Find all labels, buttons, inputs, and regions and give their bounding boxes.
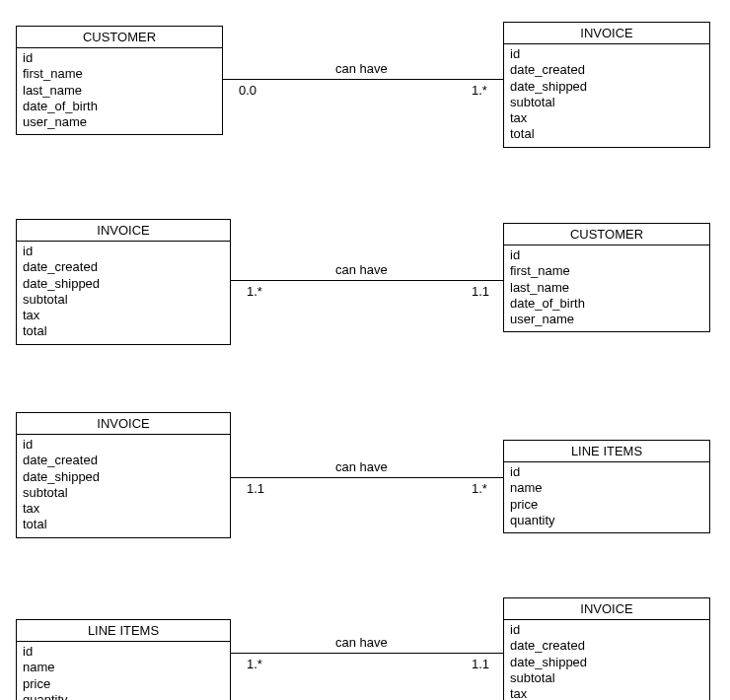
- attr: date_shipped: [23, 469, 224, 485]
- entity-attrs: id date_created date_shipped subtotal ta…: [504, 620, 709, 700]
- attr: tax: [510, 110, 703, 126]
- attr: user_name: [510, 312, 703, 327]
- entity-attrs: id name price quantity: [17, 642, 230, 700]
- entity-title: INVOICE: [17, 413, 230, 435]
- entity-invoice: INVOICE id date_created date_shipped sub…: [503, 597, 710, 700]
- multiplicity-left: 1.*: [247, 657, 262, 671]
- attr: price: [510, 497, 703, 513]
- entity-attrs: id date_created date_shipped subtotal ta…: [504, 44, 709, 147]
- attr: name: [510, 480, 703, 496]
- multiplicity-right: 1.*: [472, 481, 487, 496]
- attr: id: [510, 247, 703, 263]
- entity-customer: CUSTOMER id first_name last_name date_of…: [503, 223, 710, 332]
- attr: id: [23, 437, 224, 453]
- attr: last_name: [23, 83, 216, 99]
- entity-attrs: id first_name last_name date_of_birth us…: [17, 48, 222, 134]
- attr: user_name: [23, 114, 216, 130]
- entity-attrs: id date_created date_shipped subtotal ta…: [17, 435, 230, 537]
- attr: first_name: [510, 263, 703, 279]
- attr: id: [23, 244, 224, 259]
- entity-attrs: id name price quantity: [504, 462, 709, 532]
- entity-title: LINE ITEMS: [17, 620, 230, 642]
- relationship-label: can have: [335, 635, 388, 650]
- entity-customer: CUSTOMER id first_name last_name date_of…: [16, 26, 223, 135]
- attr: date_created: [510, 638, 703, 654]
- attr: tax: [510, 686, 703, 700]
- attr: date_created: [23, 453, 224, 468]
- entity-attrs: id first_name last_name date_of_birth us…: [504, 245, 709, 331]
- attr: subtotal: [510, 95, 703, 110]
- attr: total: [510, 126, 703, 142]
- attr: total: [23, 323, 224, 339]
- attr: last_name: [510, 280, 703, 296]
- attr: subtotal: [510, 670, 703, 686]
- attr: name: [23, 660, 224, 675]
- attr: id: [510, 622, 703, 638]
- attr: subtotal: [23, 485, 224, 501]
- entity-title: INVOICE: [504, 23, 709, 44]
- entity-invoice: INVOICE id date_created date_shipped sub…: [16, 219, 231, 345]
- entity-invoice: INVOICE id date_created date_shipped sub…: [503, 22, 710, 148]
- entity-title: INVOICE: [504, 598, 709, 620]
- relationship-line: [231, 653, 503, 654]
- attr: id: [510, 46, 703, 62]
- attr: date_created: [510, 62, 703, 78]
- attr: first_name: [23, 66, 216, 82]
- relationship-label: can have: [335, 262, 388, 277]
- entity-title: CUSTOMER: [17, 27, 222, 48]
- entity-invoice: INVOICE id date_created date_shipped sub…: [16, 412, 231, 538]
- attr: tax: [23, 501, 224, 517]
- attr: id: [510, 464, 703, 480]
- entity-title: LINE ITEMS: [504, 441, 709, 462]
- entity-title: CUSTOMER: [504, 224, 709, 245]
- attr: price: [23, 676, 224, 692]
- multiplicity-left: 0.0: [239, 83, 256, 98]
- attr: date_shipped: [510, 655, 703, 670]
- attr: id: [23, 50, 216, 66]
- multiplicity-left: 1.*: [247, 284, 262, 299]
- attr: id: [23, 644, 224, 660]
- relationship-line: [231, 280, 503, 281]
- multiplicity-right: 1.1: [472, 284, 489, 299]
- relationship-line: [223, 79, 503, 80]
- attr: date_created: [23, 259, 224, 275]
- attr: date_of_birth: [23, 99, 216, 114]
- attr: tax: [23, 308, 224, 323]
- multiplicity-left: 1.1: [247, 481, 264, 496]
- attr: quantity: [510, 513, 703, 528]
- attr: subtotal: [23, 292, 224, 308]
- entity-title: INVOICE: [17, 220, 230, 242]
- attr: date_of_birth: [510, 296, 703, 312]
- entity-lineitems: LINE ITEMS id name price quantity: [16, 619, 231, 700]
- entity-attrs: id date_created date_shipped subtotal ta…: [17, 242, 230, 344]
- relationship-line: [231, 477, 503, 478]
- attr: date_shipped: [510, 79, 703, 95]
- attr: date_shipped: [23, 276, 224, 292]
- attr: quantity: [23, 692, 224, 700]
- multiplicity-right: 1.*: [472, 83, 487, 98]
- attr: total: [23, 517, 224, 532]
- relationship-label: can have: [335, 61, 388, 76]
- multiplicity-right: 1.1: [472, 657, 489, 671]
- entity-lineitems: LINE ITEMS id name price quantity: [503, 440, 710, 533]
- relationship-label: can have: [335, 459, 388, 474]
